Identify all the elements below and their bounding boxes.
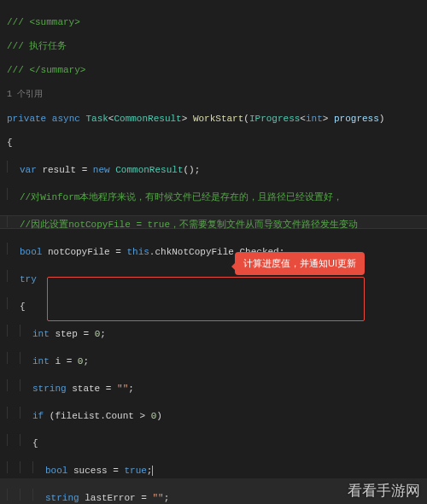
text-cursor <box>152 466 153 476</box>
current-line: bool sucess = true; <box>7 461 423 477</box>
xml-doc-text: /// 执行任务 <box>7 41 67 51</box>
method-signature: private async Task<CommonResult> WorkSta… <box>7 113 423 125</box>
callout-text: 计算进度值，并通知UI更新 <box>243 258 356 268</box>
code-comment: //对Winform本地程序来说，有时候文件已经是存在的，且路径已经设置好， <box>20 192 342 202</box>
xml-doc: /// </summary> <box>7 65 85 75</box>
try-keyword: try <box>20 274 37 284</box>
watermark-text: 看看手游网 <box>348 481 420 501</box>
xml-doc: /// <summary> <box>7 17 80 27</box>
annotation-callout: 计算进度值，并通知UI更新 <box>235 252 365 275</box>
brace: { <box>7 138 13 148</box>
reference-count[interactable]: 1 个引用 <box>7 90 43 99</box>
code-comment: //因此设置notCopyFile = true，不需要复制文件从而导致文件路径… <box>20 220 358 230</box>
